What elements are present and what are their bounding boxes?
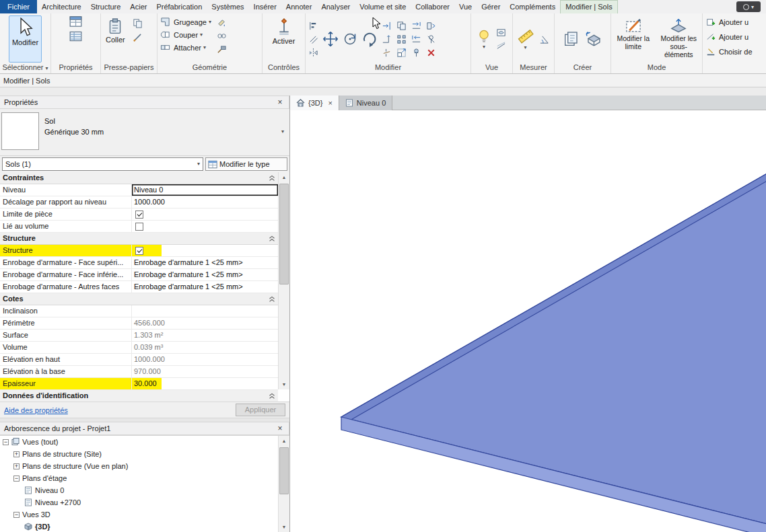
property-row[interactable]: Volume0.039 m³ <box>0 342 278 354</box>
tree-item[interactable]: +Plans de structure (Vue en plan) <box>0 460 289 472</box>
scrollbar-track[interactable] <box>279 182 289 379</box>
paint-icon[interactable] <box>215 16 228 28</box>
element-filter-combo[interactable]: Sols (1) ▾ <box>2 157 203 171</box>
delete-icon[interactable] <box>425 46 438 59</box>
edit-subelements-button[interactable]: Modifier les sous-éléments <box>657 15 701 63</box>
tab-architecture[interactable]: Architecture <box>37 0 86 13</box>
tab-fichier[interactable]: Fichier <box>0 0 37 13</box>
browser-scrollbar[interactable]: ▲ ▼ <box>278 436 289 532</box>
property-value[interactable]: 30.000 <box>132 378 278 389</box>
scroll-up-icon[interactable]: ▲ <box>279 436 289 446</box>
property-value[interactable]: Enrobage d'armature 1 <25 mm> <box>132 281 278 293</box>
collapse-box-icon[interactable]: − <box>13 512 20 518</box>
project-browser-header[interactable]: Arborescence du projet - Projet1 × <box>0 422 289 435</box>
panel-label-mesurer[interactable]: Mesurer <box>513 63 554 73</box>
panel-label-modifier[interactable]: Modifier <box>306 63 471 73</box>
tree-item[interactable]: Niveau 0 <box>0 484 289 496</box>
scroll-down-icon[interactable]: ▼ <box>279 522 289 532</box>
checkbox[interactable] <box>135 223 143 231</box>
move-icon[interactable] <box>322 30 339 48</box>
tab-vue[interactable]: Vue <box>454 0 477 13</box>
edit-boundary-button[interactable]: Modifier la limite <box>613 15 654 63</box>
close-icon[interactable]: × <box>275 98 285 107</box>
edit-type-button[interactable]: Modifier le type <box>205 157 287 171</box>
view-tab-3d[interactable]: {3D} × <box>290 96 339 110</box>
checkbox[interactable] <box>135 247 143 255</box>
property-value[interactable] <box>132 221 278 232</box>
property-row[interactable]: Structure <box>0 245 278 257</box>
caret-down-icon[interactable]: ▾ <box>281 129 284 135</box>
property-value[interactable]: 1000.000 <box>132 354 278 365</box>
ribbon-display-toggle[interactable]: ▾ <box>736 1 761 12</box>
tree-item[interactable]: −Plans d'étage <box>0 472 289 484</box>
unjoin-icon[interactable] <box>425 20 438 32</box>
scale-icon[interactable] <box>395 46 408 59</box>
panel-label-mode[interactable]: Mode <box>611 63 702 73</box>
copy-icon[interactable] <box>395 20 408 32</box>
property-row[interactable]: Décalage par rapport au niveau1000.000 <box>0 196 278 208</box>
property-row[interactable]: Epaisseur30.000 <box>0 378 278 390</box>
property-value[interactable]: Niveau 0 <box>132 184 278 196</box>
panel-label-proprietes[interactable]: Propriétés <box>51 63 100 73</box>
property-row[interactable]: Lié au volume <box>0 221 278 233</box>
apply-button[interactable]: Appliquer <box>236 404 285 416</box>
offset-arrows-icon[interactable] <box>410 33 423 45</box>
create-group-icon[interactable] <box>563 30 580 48</box>
property-row[interactable]: NiveauNiveau 0 <box>0 184 278 196</box>
close-icon[interactable]: × <box>275 424 285 433</box>
property-value[interactable]: 1000.000 <box>132 196 278 208</box>
rotate-icon[interactable] <box>341 30 359 48</box>
property-value[interactable] <box>132 208 278 220</box>
pin-icon[interactable] <box>410 46 423 59</box>
demolish-icon[interactable] <box>215 43 228 55</box>
measure-icon[interactable] <box>517 28 534 45</box>
offset-icon[interactable] <box>307 33 320 45</box>
property-row[interactable]: Périmètre4566.000 <box>0 317 278 330</box>
add-point-button[interactable]: Ajouter u <box>704 15 765 28</box>
copy-to-clipboard-icon[interactable] <box>131 17 144 29</box>
tab-volume-et-site[interactable]: Volume et site <box>355 0 411 13</box>
properties-palette-header[interactable]: Propriétés × <box>0 96 289 109</box>
extend-icon[interactable] <box>380 20 393 32</box>
collapse-chevron-icon[interactable] <box>269 235 275 242</box>
align-icon[interactable] <box>307 20 320 32</box>
add-split-line-button[interactable]: Ajouter u <box>704 30 765 43</box>
match-type-icon[interactable] <box>131 31 144 43</box>
close-view-icon[interactable]: × <box>328 99 332 107</box>
panel-label-vue[interactable]: Vue <box>471 63 512 73</box>
panel-label-controles[interactable]: Contrôles <box>263 63 305 73</box>
cut-button[interactable]: Couper▾ <box>159 28 211 41</box>
collapse-chevron-icon[interactable] <box>269 296 275 303</box>
tree-item[interactable]: {3D} <box>0 521 289 532</box>
expand-box-icon[interactable]: + <box>13 451 20 457</box>
scrollbar-thumb[interactable] <box>279 184 289 284</box>
unpin-icon[interactable] <box>425 33 438 45</box>
tab-structure[interactable]: Structure <box>86 0 126 13</box>
property-value[interactable]: Enrobage d'armature 1 <25 mm> <box>132 269 278 280</box>
tab-ins-rer[interactable]: Insérer <box>249 0 281 13</box>
tab-syst-mes[interactable]: Systèmes <box>207 0 248 13</box>
property-section-header[interactable]: Cotes <box>0 293 278 305</box>
properties-help-link[interactable]: Aide des propriétés <box>4 406 68 414</box>
expand-box-icon[interactable]: + <box>13 463 20 469</box>
align-arrows-icon[interactable] <box>410 20 423 32</box>
tree-item[interactable]: Niveau +2700 <box>0 496 289 508</box>
type-properties-icon[interactable] <box>69 30 82 42</box>
scrollbar-track[interactable] <box>279 446 289 522</box>
property-value[interactable]: 1.303 m² <box>132 330 278 341</box>
trim-icon[interactable] <box>380 33 393 45</box>
link-icon[interactable] <box>215 30 228 42</box>
properties-palette-icon[interactable] <box>69 15 82 28</box>
property-value[interactable]: 4566.000 <box>132 317 278 329</box>
tab-modifier-sols[interactable]: Modifier | Sols <box>560 0 618 13</box>
property-section-header[interactable]: Structure <box>0 233 278 245</box>
scroll-down-icon[interactable]: ▼ <box>279 379 289 389</box>
property-row[interactable]: Enrobage d'armature - Autres facesEnroba… <box>0 281 278 293</box>
view-tab-niveau-0[interactable]: Niveau 0 <box>339 96 392 110</box>
collapse-box-icon[interactable]: − <box>3 439 9 445</box>
rotate-arrow-icon[interactable] <box>361 30 378 48</box>
tab-pr-fabrication[interactable]: Préfabrication <box>151 0 207 13</box>
scroll-up-icon[interactable]: ▲ <box>279 172 289 182</box>
properties-scrollbar[interactable]: ▲ ▼ <box>278 172 289 389</box>
join-button[interactable]: Attacher▾ <box>159 41 211 54</box>
